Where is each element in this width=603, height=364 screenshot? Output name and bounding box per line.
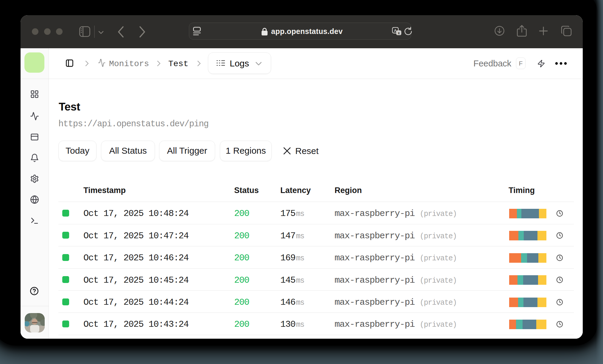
svg-text:x: x bbox=[398, 31, 400, 35]
